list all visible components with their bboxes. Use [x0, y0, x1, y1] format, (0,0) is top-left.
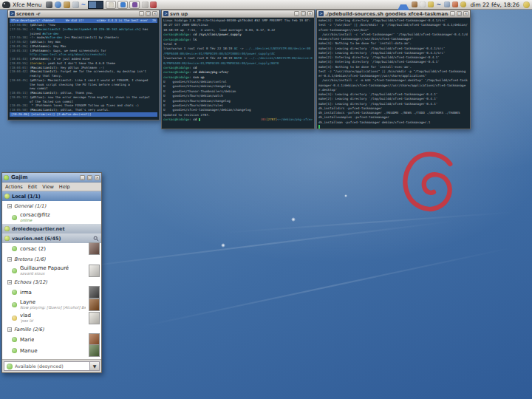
roster-group-famille-2-6[interactable]: −Famille (2/6) — [2, 324, 101, 334]
roster-account-local-1-1[interactable]: Local (1/1) — [2, 191, 101, 201]
workspace-1[interactable] — [89, 1, 96, 8]
xfce-menu-icon[interactable] — [2, 1, 10, 8]
minimize-button[interactable]: _ — [450, 11, 455, 16]
wallpaper-light-streak — [137, 247, 513, 328]
menu-item-edit[interactable]: Edit — [28, 184, 38, 190]
taskbar-button[interactable] — [129, 1, 140, 9]
group-label: General (1/1) — [14, 203, 46, 209]
launcher-package-icon[interactable] — [64, 1, 70, 8]
roster-contact-vlad[interactable]: vlad'pas là' — [2, 311, 101, 324]
expander-icon[interactable]: − — [7, 327, 12, 332]
irssi-input-line[interactable]: [#xfce-dev] — [10, 117, 157, 120]
gajim-titlebar[interactable]: Gajim _ □ × — [2, 173, 101, 183]
tray-wave-icon[interactable]: ~ — [436, 1, 442, 7]
build-terminal-body[interactable]: make[3]: Entering directory `/tmp/buildd… — [317, 18, 470, 129]
status-selector[interactable]: Available (desynced) — [4, 361, 90, 371]
launcher-screenshot-icon[interactable] — [46, 1, 52, 8]
panel-clock[interactable]: dim 22 fév, 18:26 — [470, 1, 519, 8]
workspace-pager[interactable] — [88, 1, 103, 9]
workspace-2[interactable] — [96, 1, 103, 8]
roster-contact-guillaume-papaur[interactable]: Guillaume Papaurésavant sioux — [2, 264, 101, 277]
window-svn-terminal[interactable]: > svn up _ □ × Linux hidalgo 2.6.29-rc5+… — [161, 10, 315, 129]
expander-icon[interactable]: − — [7, 280, 12, 284]
svn-terminal-body[interactable]: Linux hidalgo 2.6.29-rc5+thinkpad-00100-… — [162, 18, 314, 129]
roster-contact-corsac-2[interactable]: corsac (2) — [2, 243, 101, 254]
account-label: droledequartier.net — [12, 226, 65, 232]
menu-item-view[interactable]: View — [42, 184, 53, 190]
expander-icon[interactable]: − — [7, 257, 12, 262]
top-panel: Xfce Menu ~ ~ dim 22 fév, 18:26 — [0, 0, 532, 10]
search-icon[interactable] — [93, 236, 99, 242]
minimize-button[interactable]: _ — [139, 11, 144, 16]
desktop: { "colors": { "debian_red": "#c23b46", "… — [0, 0, 532, 399]
debian-swirl-logo — [398, 146, 460, 222]
close-button[interactable]: × — [95, 175, 100, 180]
roster-account-vaurien-net-6-45[interactable]: vaurien.net (6/45) — [2, 233, 101, 243]
wallpaper-sparkle — [221, 243, 225, 248]
menu-item-actions[interactable]: Actions — [5, 184, 23, 190]
roster-contact-manue[interactable]: Manue — [2, 345, 101, 356]
window-irc-screen[interactable]: > screen -r _ □ × Xfce developers' chann… — [7, 10, 160, 120]
tray-window-icon[interactable] — [420, 1, 426, 7]
dropdown-arrow-icon[interactable]: ▼ — [90, 361, 100, 371]
contact-status: Now playing: [Guero] [Alcohol] Beck - E.… — [20, 305, 86, 310]
window-gajim[interactable]: Gajim _ □ × ActionsEditViewHelp Local (1… — [1, 172, 102, 373]
roster-contact-marie[interactable]: Marie — [2, 334, 101, 345]
presence-icon — [12, 316, 17, 321]
account-icon — [4, 194, 10, 199]
maximize-button[interactable]: □ — [301, 11, 306, 16]
contact-name: Marie — [20, 337, 34, 343]
presence-icon — [7, 364, 13, 369]
wallpaper-light-streak — [222, 211, 516, 233]
svn-titlebar[interactable]: > svn up _ □ × — [162, 10, 314, 18]
xfce-menu-label[interactable]: Xfce Menu — [13, 1, 42, 8]
close-button[interactable]: × — [463, 11, 468, 16]
task-mail-icon — [109, 2, 114, 7]
window-build-terminal[interactable]: > ./pdebuild-sources.sh goodies xfce4-ta… — [316, 10, 471, 129]
roster-group-bretons-1-6[interactable]: −Bretons (1/6) — [2, 254, 101, 264]
roster-contact-layne[interactable]: LayneNow playing: [Guero] [Alcohol] Beck… — [2, 298, 101, 311]
maximize-button[interactable]: □ — [87, 175, 92, 180]
tray-updates-icon[interactable] — [398, 0, 409, 10]
presence-icon — [12, 348, 17, 353]
maximize-button[interactable]: □ — [457, 11, 462, 16]
build-titlebar[interactable]: > ./pdebuild-sources.sh goodies xfce4-ta… — [317, 10, 470, 18]
tray-network-icon[interactable] — [444, 1, 450, 7]
avatar — [89, 299, 100, 311]
tray-power-icon[interactable] — [460, 1, 466, 7]
roster-group-general-1-1[interactable]: −General (1/1) — [2, 201, 101, 211]
account-label: Local (1/1) — [12, 194, 41, 200]
avatar — [89, 344, 100, 357]
task-media-icon — [132, 2, 137, 7]
roster-group-echoes-3-12[interactable]: −Echoes (3/12) — [2, 277, 101, 287]
taskbar-button[interactable] — [106, 1, 116, 9]
expander-icon[interactable]: − — [7, 204, 12, 208]
irc-titlebar[interactable]: > screen -r _ □ × — [8, 10, 159, 18]
launcher-browser-globe-icon[interactable] — [55, 1, 61, 8]
taskbar-button[interactable] — [117, 1, 128, 9]
tray-notes-icon[interactable] — [428, 1, 434, 7]
panel-logout-icon[interactable] — [150, 1, 157, 8]
roster-contact-irma[interactable]: irma — [2, 287, 101, 298]
group-label: Famille (2/6) — [14, 327, 44, 332]
minimize-button[interactable]: _ — [294, 11, 299, 16]
irc-terminal-body[interactable]: Xfce developers' channel We did it! <cam… — [8, 18, 159, 120]
contact-name: Manue — [20, 348, 38, 354]
close-button[interactable]: × — [152, 11, 157, 16]
launcher-filemanager-icon[interactable] — [72, 1, 79, 8]
panel-weather-icon[interactable] — [523, 1, 530, 8]
panel-resize-icon[interactable] — [142, 1, 149, 8]
contact-name: Layne — [20, 299, 86, 305]
group-label: Bretons (1/6) — [14, 256, 46, 262]
roster-contact-corsac-fitz[interactable]: corsac@fitzonline — [2, 211, 101, 224]
maximize-button[interactable]: □ — [146, 11, 151, 16]
gajim-icon — [4, 175, 9, 180]
minimize-button[interactable]: _ — [80, 175, 85, 180]
roster-account-droledequartier-net[interactable]: droledequartier.net — [2, 224, 101, 233]
tray-package-icon[interactable] — [412, 1, 417, 7]
close-button[interactable]: × — [307, 11, 313, 16]
tray-network2-icon[interactable] — [452, 1, 458, 7]
gajim-roster: Local (1/1)−General (1/1)corsac@fitzonli… — [2, 191, 101, 359]
launcher-swap-arrows-icon[interactable]: ~ — [81, 1, 86, 8]
menu-item-help[interactable]: Help — [59, 184, 70, 190]
